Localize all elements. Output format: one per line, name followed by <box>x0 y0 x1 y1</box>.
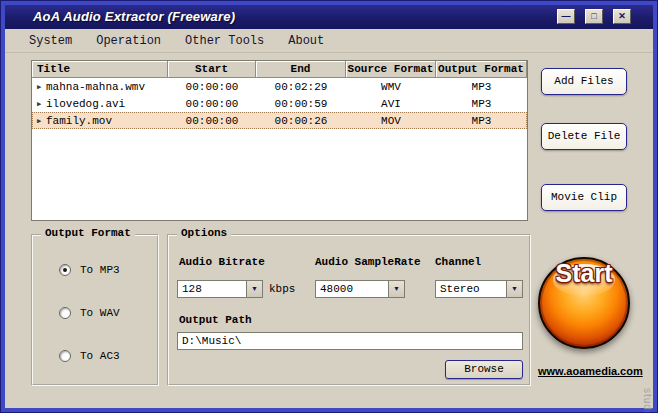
chevron-down-icon[interactable]: ▼ <box>388 281 404 297</box>
table-header: Title Start End Source Format Output For… <box>32 61 527 78</box>
file-title: mahna-mahna.wmv <box>46 81 145 93</box>
radio-to-wav[interactable]: To WAV <box>59 307 120 319</box>
file-list: Title Start End Source Format Output For… <box>31 60 528 221</box>
file-start-time: 00:00:00 <box>168 81 256 93</box>
group-title: Output Format <box>41 227 135 239</box>
audio-samplerate-label: Audio SampleRate <box>315 256 421 268</box>
start-label: Start <box>540 259 628 347</box>
file-end-time: 00:00:26 <box>256 115 346 127</box>
table-row[interactable]: ▶ mahna-mahna.wmv 00:00:00 00:02:29 WMV … <box>32 78 527 95</box>
minimize-button[interactable]: — <box>557 9 575 24</box>
file-start-time: 00:00:00 <box>168 115 256 127</box>
menu-item-operation[interactable]: Operation <box>92 32 165 50</box>
output-path-label: Output Path <box>179 314 252 326</box>
column-header-end[interactable]: End <box>256 61 346 78</box>
radio-label: To WAV <box>80 307 120 319</box>
file-end-time: 00:00:59 <box>256 98 346 110</box>
radio-label: To MP3 <box>80 264 120 276</box>
website-link[interactable]: www.aoamedia.com <box>538 365 643 377</box>
window-title: AoA Audio Extractor (Freeware) <box>33 9 235 24</box>
radio-to-mp3[interactable]: To MP3 <box>59 264 120 276</box>
add-files-button[interactable]: Add Files <box>541 68 627 95</box>
audio-bitrate-label: Audio Bitrate <box>179 256 265 268</box>
file-end-time: 00:02:29 <box>256 81 346 93</box>
file-source-format: AVI <box>346 98 436 110</box>
start-button[interactable]: Start <box>538 257 630 349</box>
delete-file-button[interactable]: Delete File <box>541 123 627 150</box>
output-path-input[interactable] <box>177 332 523 350</box>
file-source-format: WMV <box>346 81 436 93</box>
file-item-icon: ▶ <box>32 117 46 125</box>
samplerate-dropdown[interactable]: 48000 ▼ <box>315 280 405 298</box>
file-item-icon: ▶ <box>32 83 46 91</box>
watermark: studna.cz <box>642 388 653 413</box>
radio-icon <box>59 307 71 319</box>
column-header-title[interactable]: Title <box>32 61 168 78</box>
channel-value: Stereo <box>436 281 506 297</box>
file-output-format: MP3 <box>436 81 527 93</box>
column-header-output-format[interactable]: Output Format <box>436 61 527 78</box>
maximize-button[interactable]: □ <box>585 9 603 24</box>
channel-dropdown[interactable]: Stereo ▼ <box>435 280 523 298</box>
chevron-down-icon[interactable]: ▼ <box>246 281 262 297</box>
samplerate-value: 48000 <box>316 281 388 297</box>
bitrate-value: 128 <box>178 281 246 297</box>
menu-item-about[interactable]: About <box>284 32 328 50</box>
column-header-source-format[interactable]: Source Format <box>346 61 436 78</box>
app-body: Title Start End Source Format Output For… <box>5 53 653 408</box>
file-output-format: MP3 <box>436 98 527 110</box>
group-title: Options <box>177 227 231 239</box>
bitrate-dropdown[interactable]: 128 ▼ <box>177 280 263 298</box>
output-format-group: Output Format To MP3 To WAV To AC3 <box>31 234 159 386</box>
table-row[interactable]: ▶ ilovedog.avi 00:00:00 00:00:59 AVI MP3 <box>32 95 527 112</box>
radio-icon <box>59 350 71 362</box>
kbps-unit-label: kbps <box>269 283 295 295</box>
channel-label: Channel <box>435 256 481 268</box>
radio-to-ac3[interactable]: To AC3 <box>59 350 120 362</box>
movie-clip-button[interactable]: Movie Clip <box>541 184 627 211</box>
menu-item-other-tools[interactable]: Other Tools <box>181 32 268 50</box>
radio-selected-icon <box>59 264 71 276</box>
file-output-format: MP3 <box>436 115 527 127</box>
table-row-selected[interactable]: ▶ family.mov 00:00:00 00:00:26 MOV MP3 <box>32 112 527 129</box>
file-item-icon: ▶ <box>32 100 46 108</box>
radio-label: To AC3 <box>80 350 120 362</box>
chevron-down-icon[interactable]: ▼ <box>506 281 522 297</box>
menu-item-system[interactable]: System <box>25 32 76 50</box>
file-source-format: MOV <box>346 115 436 127</box>
browse-button[interactable]: Browse <box>445 360 523 379</box>
options-group: Options Audio Bitrate Audio SampleRate C… <box>167 234 531 386</box>
menu-bar: System Operation Other Tools About <box>5 29 653 53</box>
file-title: ilovedog.avi <box>46 98 125 110</box>
close-button[interactable]: ✕ <box>613 9 631 24</box>
file-start-time: 00:00:00 <box>168 98 256 110</box>
title-bar[interactable]: AoA Audio Extractor (Freeware) — □ ✕ <box>5 5 653 29</box>
file-title: family.mov <box>46 115 112 127</box>
app-window: AoA Audio Extractor (Freeware) — □ ✕ Sys… <box>0 0 658 413</box>
column-header-start[interactable]: Start <box>168 61 256 78</box>
